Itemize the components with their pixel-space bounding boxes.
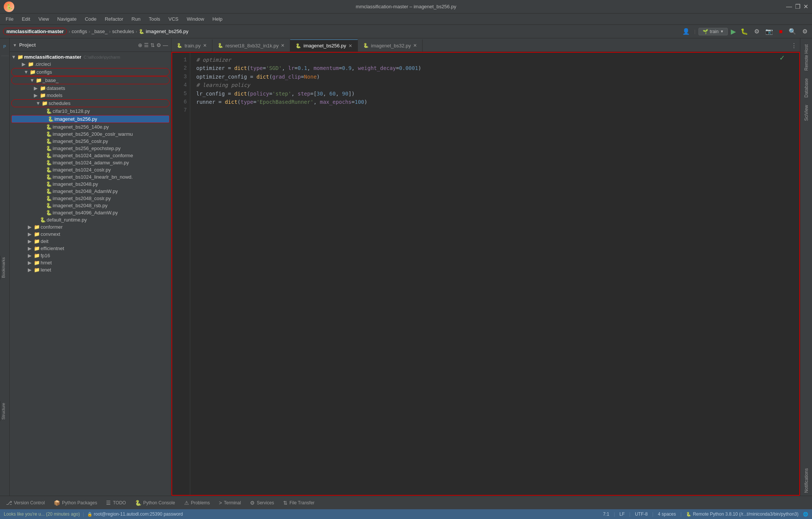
bottom-tab-python-console[interactable]: 🐍 Python Console: [130, 498, 180, 507]
sidebar-sciview[interactable]: SciView: [804, 102, 809, 124]
stop-button[interactable]: ■: [777, 27, 784, 36]
sidebar-notifications[interactable]: Notifications: [804, 465, 809, 496]
services-label: Services: [257, 500, 274, 505]
tab-imagenet-bs32-close[interactable]: ✕: [413, 43, 417, 48]
menu-vcs[interactable]: VCS: [165, 15, 182, 23]
tree-imagenet-bs2048-adamw[interactable]: 🐍 imagenet_bs2048_AdamW.py: [10, 188, 171, 195]
tree-imagenet-bs1024-adamw-conf[interactable]: 🐍 imagenet_bs1024_adamw_conforme: [10, 152, 171, 159]
sort-icon[interactable]: ⇅: [150, 42, 155, 48]
project-panel-icon[interactable]: P: [0, 41, 10, 52]
profile-button[interactable]: 📷: [764, 27, 774, 36]
window-controls[interactable]: — ❐ ✕: [786, 3, 808, 10]
tab-resnet18-close[interactable]: ✕: [281, 43, 285, 48]
menu-refactor[interactable]: Refactor: [101, 15, 127, 23]
expand-all-icon[interactable]: ☰: [144, 42, 149, 48]
tree-imagenet-bs256-140e[interactable]: 🐍 imagenet_bs256_140e.py: [10, 123, 171, 131]
breadcrumb-configs[interactable]: configs: [71, 29, 87, 34]
tree-conformer[interactable]: ▶ 📁 conformer: [10, 223, 171, 231]
tree-imagenet-bs256-coslr[interactable]: 🐍 imagenet_bs256_coslr.py: [10, 138, 171, 145]
code-editor[interactable]: ✓ 1 2 3 4 5 6 7 # optimizer optimizer = …: [171, 52, 800, 496]
maximize-button[interactable]: ❐: [795, 3, 800, 10]
tree-datasets[interactable]: ▶ 📁 datasets: [10, 85, 171, 92]
breadcrumb-schedules[interactable]: schedules: [112, 29, 134, 34]
bookmarks-strip[interactable]: Bookmarks: [0, 256, 8, 279]
tab-resnet18[interactable]: 🐍 resnet18_8xb32_in1k.py ✕: [212, 39, 291, 52]
status-indent[interactable]: 4 spaces: [658, 511, 676, 517]
run-button[interactable]: ▶: [731, 27, 736, 36]
panel-minimize-icon[interactable]: —: [163, 42, 168, 48]
menu-help[interactable]: Help: [209, 15, 226, 23]
bottom-tab-problems[interactable]: ⚠ Problems: [180, 498, 215, 507]
tree-imagenet-bs1024-adamw-swin[interactable]: 🐍 imagenet_bs1024_adamw_swin.py: [10, 159, 171, 166]
tree-cifar10[interactable]: 🐍 cifar10_bs128.py: [10, 108, 171, 115]
menu-navigate[interactable]: Navigate: [53, 15, 80, 23]
tree-imagenet-bs1024-linearlr[interactable]: 🐍 imagenet_bs1024_linearlr_bn_nowd.: [10, 173, 171, 181]
tree-efficientnet[interactable]: ▶ 📁 efficientnet: [10, 245, 171, 252]
structure-strip[interactable]: Structure: [0, 401, 8, 421]
sidebar-database[interactable]: Database: [804, 75, 809, 100]
bottom-tab-file-transfer[interactable]: ⇅ File Transfer: [279, 498, 319, 507]
status-interpreter[interactable]: 🐍 Remote Python 3.8.10 (/r...t/miniconda…: [686, 511, 798, 517]
minimize-button[interactable]: —: [786, 3, 792, 10]
code-content[interactable]: # optimizer optimizer = dict(type='SGD',…: [190, 52, 800, 496]
tab-imagenet-bs256[interactable]: 🐍 imagenet_bs256.py ✕: [290, 39, 358, 52]
bottom-tab-python-packages[interactable]: 📦 Python Packages: [49, 498, 102, 507]
menu-window[interactable]: Window: [183, 15, 208, 23]
vcs-icon[interactable]: 👤: [681, 27, 691, 36]
bottom-tab-version-control[interactable]: ⎇ Version Control: [2, 498, 49, 507]
tree-circleci[interactable]: ▶ 📁 .circleci: [10, 61, 171, 68]
tree-convnext[interactable]: ▶ 📁 convnext: [10, 231, 171, 238]
menu-run[interactable]: Run: [128, 15, 144, 23]
tree-fp16[interactable]: ▶ 📁 fp16: [10, 252, 171, 259]
tab-imagenet-bs32[interactable]: 🐍 imagenet_bs32.py ✕: [358, 39, 423, 52]
bottom-tab-terminal[interactable]: > Terminal: [214, 498, 245, 507]
locate-file-icon[interactable]: ⊕: [138, 42, 142, 48]
tree-imagenet-bs4096-adamw[interactable]: 🐍 imagenet_bs4096_AdamW.py: [10, 209, 171, 216]
tree-root[interactable]: ▼ 📁 mmclassification-master C:\all\code\…: [10, 53, 171, 61]
menu-code[interactable]: Code: [81, 15, 100, 23]
tree-models[interactable]: ▶ 📁 models: [10, 92, 171, 99]
bottom-tab-todo[interactable]: ☰ TODO: [102, 498, 130, 507]
tree-imagenet-bs256-epochstep[interactable]: 🐍 imagenet_bs256_epochstep.py: [10, 145, 171, 152]
tab-menu-button[interactable]: ⋮: [788, 39, 800, 52]
tree-default-runtime[interactable]: 🐍 default_runtime.py: [10, 216, 171, 223]
tab-train-py-close[interactable]: ✕: [203, 43, 207, 48]
breadcrumb-root[interactable]: mmclassification-master: [3, 28, 67, 35]
tree-imagenet-bs256[interactable]: 🐍 imagenet_bs256.py: [11, 115, 170, 123]
tree-hrnet[interactable]: ▶ 📁 hrnet: [10, 259, 171, 266]
tree-imagenet-bs2048-rsb[interactable]: 🐍 imagenet_bs2048_rsb.py: [10, 202, 171, 209]
bottom-tab-services[interactable]: ⚙ Services: [245, 498, 279, 507]
menu-file[interactable]: File: [2, 15, 17, 23]
tree-imagenet-bs256-200e[interactable]: 🐍 imagenet_bs256_200e_coslr_warmu: [10, 131, 171, 138]
tree-schedules[interactable]: ▼ 📁 schedules: [11, 99, 170, 107]
tree-base[interactable]: ▼ 📁 _base_: [11, 76, 170, 84]
menu-edit[interactable]: Edit: [18, 15, 34, 23]
tree-imagenet-bs2048-coslr[interactable]: 🐍 imagenet_bs2048_coslr.py: [10, 195, 171, 202]
tab-train-py[interactable]: 🐍 train.py ✕: [171, 39, 212, 52]
tab-imagenet-bs256-close[interactable]: ✕: [348, 43, 352, 49]
project-panel-dropdown-icon[interactable]: ▼: [13, 43, 17, 47]
sidebar-remote-host[interactable]: Remote Host: [804, 41, 809, 74]
close-button[interactable]: ✕: [803, 3, 808, 10]
breadcrumb-base[interactable]: _base_: [92, 29, 108, 34]
settings-icon[interactable]: ⚙: [801, 27, 809, 36]
status-position[interactable]: 7:1: [603, 511, 609, 517]
status-interpreter-text: Remote Python 3.8.10 (/r...t/miniconda3/…: [693, 511, 798, 517]
tree-deit[interactable]: ▶ 📁 deit: [10, 238, 171, 245]
status-line-ending[interactable]: LF: [620, 511, 625, 517]
tree-imagenet-bs2048[interactable]: 🐍 imagenet_bs2048.py: [10, 181, 171, 188]
tree-imagenet-bs1024-coslr[interactable]: 🐍 imagenet_bs1024_coslr.py: [10, 166, 171, 173]
breadcrumb-file[interactable]: 🐍imagenet_bs256.py: [139, 29, 188, 34]
panel-settings-icon[interactable]: ⚙: [156, 42, 161, 48]
status-encoding[interactable]: UTF-8: [635, 511, 648, 517]
run-config-button[interactable]: 🌱 train ▼: [698, 28, 728, 35]
status-ssh[interactable]: 🔒 root@region-11.autodl.com:25390 passwo…: [87, 511, 183, 517]
debug-button[interactable]: 🐛: [739, 27, 750, 36]
tree-lenet[interactable]: ▶ 📁 lenet: [10, 266, 171, 273]
coverage-button[interactable]: ⚙: [753, 27, 761, 36]
tab-train-py-label: train.py: [185, 43, 201, 49]
tree-configs[interactable]: ▼ 📁 configs: [11, 68, 170, 76]
menu-view[interactable]: View: [35, 15, 53, 23]
menu-tools[interactable]: Tools: [145, 15, 164, 23]
search-icon[interactable]: 🔍: [787, 27, 798, 36]
